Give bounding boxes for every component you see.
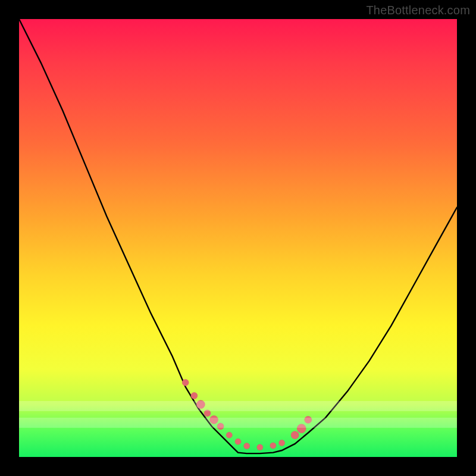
marker-point [244, 443, 250, 449]
marker-point [196, 400, 205, 409]
marker-point [291, 431, 299, 439]
bottleneck-curve [19, 19, 457, 453]
marker-point [191, 393, 198, 399]
marker-point [210, 415, 218, 424]
marker-point [235, 439, 241, 444]
marker-point [305, 416, 312, 423]
marker-point [270, 443, 276, 449]
watermark-text: TheBottleneck.com [366, 4, 470, 17]
marker-point [279, 440, 285, 446]
marker-point [204, 410, 211, 416]
chart-svg [19, 19, 457, 457]
highlight-markers [182, 379, 312, 450]
marker-point [226, 432, 232, 438]
plot-area [19, 19, 457, 457]
chart-frame: TheBottleneck.com [0, 0, 476, 476]
marker-point [297, 424, 306, 433]
marker-point [182, 379, 189, 386]
marker-point [257, 444, 263, 450]
marker-point [217, 423, 224, 430]
